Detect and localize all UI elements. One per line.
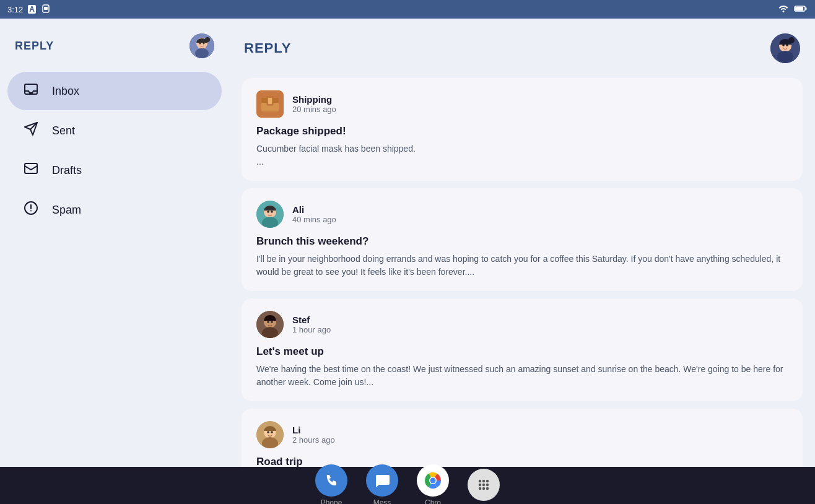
chrome-icon-circle: [417, 464, 449, 497]
email-preview-ali: I'll be in your neighborhood doing erran…: [256, 253, 788, 279]
avatar-shipping: [256, 90, 284, 118]
svg-rect-4: [806, 7, 807, 10]
svg-point-43: [430, 477, 436, 483]
sidebar-user-avatar[interactable]: [190, 33, 214, 58]
svg-rect-1: [44, 7, 48, 10]
email-card-ali[interactable]: Ali 40 mins ago Brunch this weekend? I'l…: [242, 188, 803, 291]
bottom-nav-messages[interactable]: Mess: [366, 464, 398, 505]
svg-point-19: [786, 44, 788, 46]
main-header: REPLY: [242, 28, 803, 68]
svg-point-34: [267, 321, 269, 323]
inbox-icon: [22, 82, 40, 100]
svg-point-52: [486, 487, 489, 489]
drafts-icon: [22, 161, 40, 180]
email-subject-ali: Brunch this weekend?: [256, 235, 788, 248]
status-time: 3:12: [7, 5, 23, 14]
sender-row-stef: Stef 1 hour ago: [256, 311, 788, 338]
sender-time-shipping: 20 mins ago: [292, 105, 336, 114]
svg-point-44: [479, 479, 481, 482]
svg-point-48: [482, 483, 485, 485]
svg-point-30: [271, 211, 273, 213]
main-user-avatar[interactable]: [770, 33, 800, 63]
dots-icon-circle: [468, 469, 500, 501]
chrome-label: Chro: [425, 498, 441, 505]
phone-label: Phone: [321, 498, 342, 505]
sender-time-ali: 40 mins ago: [292, 215, 336, 224]
inbox-label: Inbox: [52, 85, 79, 98]
avatar-stef: [256, 311, 284, 338]
svg-rect-25: [268, 98, 272, 104]
messages-icon-circle: [366, 464, 398, 497]
svg-rect-3: [795, 7, 803, 11]
wifi-icon: [778, 4, 789, 15]
sender-info-shipping: Shipping 20 mins ago: [292, 94, 336, 114]
sender-name-li: Li: [292, 425, 335, 435]
sidebar: REPLY: [0, 19, 229, 467]
svg-point-47: [479, 483, 481, 485]
spam-label: Spam: [52, 204, 81, 217]
spam-icon: [22, 201, 40, 219]
bottom-nav-phone[interactable]: Phone: [315, 464, 347, 505]
email-subject-shipping: Package shipped!: [256, 125, 788, 137]
bottom-nav-dots[interactable]: [468, 469, 500, 503]
drafts-label: Drafts: [52, 164, 82, 177]
svg-point-7: [195, 48, 209, 58]
status-bar: 3:12 A: [0, 0, 815, 19]
svg-point-17: [777, 51, 793, 63]
app-container: REPLY: [0, 19, 815, 467]
sender-name-ali: Ali: [292, 204, 336, 215]
svg-point-39: [267, 431, 269, 433]
sender-time-stef: 1 hour ago: [292, 325, 331, 334]
avatar-li: [256, 421, 284, 448]
bottom-nav-chrome[interactable]: Chro: [417, 464, 449, 505]
svg-point-9: [203, 43, 205, 45]
svg-point-40: [271, 431, 273, 433]
sender-info-ali: Ali 40 mins ago: [292, 204, 336, 224]
messages-label: Mess: [373, 498, 391, 505]
phone-icon-circle: [315, 464, 347, 497]
email-card-shipping[interactable]: Shipping 20 mins ago Package shipped! Cu…: [242, 78, 803, 181]
sender-info-li: Li 2 hours ago: [292, 425, 335, 445]
sidebar-item-inbox[interactable]: Inbox: [7, 72, 222, 110]
sender-row-li: Li 2 hours ago: [256, 421, 788, 448]
svg-point-10: [205, 37, 210, 42]
svg-point-46: [486, 479, 489, 482]
sender-name-stef: Stef: [292, 315, 331, 325]
svg-point-29: [267, 211, 269, 213]
svg-point-50: [479, 487, 481, 489]
main-content: REPLY: [229, 19, 815, 467]
status-icon-a: A: [28, 5, 36, 14]
sidebar-item-sent[interactable]: Sent: [7, 111, 222, 150]
sent-icon: [22, 121, 40, 140]
main-title: REPLY: [244, 40, 291, 56]
svg-point-35: [271, 321, 273, 323]
sidebar-header: REPLY: [0, 28, 229, 71]
sent-label: Sent: [52, 124, 75, 137]
sender-name-shipping: Shipping: [292, 94, 336, 105]
sidebar-item-spam[interactable]: Spam: [7, 191, 222, 229]
email-subject-stef: Let's meet up: [256, 345, 788, 358]
svg-point-49: [486, 483, 489, 485]
sidebar-title: REPLY: [15, 40, 54, 53]
email-preview-shipping: Cucumber facial mask has been shipped...…: [256, 142, 788, 168]
sender-info-stef: Stef 1 hour ago: [292, 315, 331, 334]
sender-row-shipping: Shipping 20 mins ago: [256, 90, 788, 118]
svg-point-14: [30, 211, 32, 212]
avatar-ali: [256, 201, 284, 228]
email-card-stef[interactable]: Stef 1 hour ago Let's meet up We're havi…: [242, 298, 803, 401]
svg-point-45: [482, 479, 485, 482]
svg-point-8: [199, 43, 201, 45]
svg-point-51: [482, 487, 485, 489]
bottom-nav: Phone Mess Chro: [0, 467, 815, 504]
sender-time-li: 2 hours ago: [292, 435, 335, 445]
sidebar-item-drafts[interactable]: Drafts: [7, 151, 222, 189]
svg-point-18: [782, 44, 785, 46]
email-card-li[interactable]: Li 2 hours ago Road trip Thought we migh…: [242, 409, 803, 467]
email-preview-stef: We're having the best time on the coast!…: [256, 363, 788, 389]
battery-icon: [794, 4, 808, 15]
svg-point-20: [788, 37, 795, 43]
sender-row-ali: Ali 40 mins ago: [256, 201, 788, 228]
status-icon-sim: [41, 4, 51, 15]
